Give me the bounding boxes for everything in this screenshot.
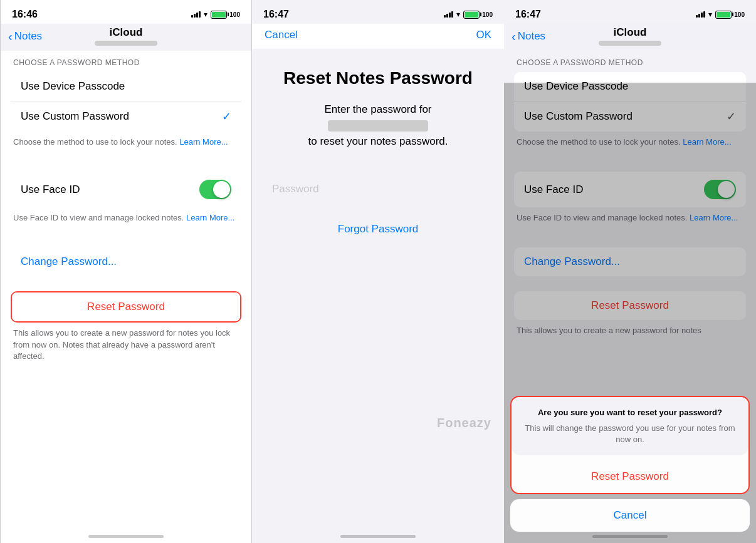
time-1: 16:46: [12, 9, 38, 20]
nav-back-3[interactable]: ‹ Notes: [512, 30, 545, 43]
dialog-nav: Cancel OK: [252, 24, 504, 49]
action-sheet-content: Are you sure you want to reset your pass…: [504, 396, 756, 543]
action-sheet-message-body: This will change the password you use fo…: [522, 423, 738, 445]
time-3: 16:47: [515, 9, 541, 20]
home-bar-2: [340, 535, 416, 538]
action-sheet-message-title: Are you sure you want to reset your pass…: [522, 407, 738, 418]
status-icons-2: ▾ 100: [444, 10, 493, 19]
dialog-content: Reset Notes Password Enter the password …: [252, 49, 504, 174]
battery-label-3: 100: [734, 11, 745, 18]
nav-title-3: iCloud: [599, 26, 661, 39]
section-label-1: CHOOSE A PASSWORD METHOD: [1, 58, 251, 67]
device-passcode-label: Use Device Passcode: [21, 80, 231, 93]
face-id-label: Use Face ID: [21, 184, 199, 196]
action-sheet-reset-card: Are you sure you want to reset your pass…: [510, 396, 750, 494]
nav-subtitle-3: [599, 41, 661, 46]
nav-title-1: iCloud: [95, 26, 157, 39]
method-helper: Choose the method to use to lock your no…: [1, 132, 251, 157]
nav-bar-1: ‹ Notes iCloud: [1, 24, 251, 51]
content-1: CHOOSE A PASSWORD METHOD Use Device Pass…: [1, 51, 251, 375]
status-bar-2: 16:47 ▾ 100: [252, 0, 504, 24]
chevron-icon-1: ‹: [8, 30, 13, 43]
dialog-cancel-btn[interactable]: Cancel: [265, 29, 298, 41]
battery-label-2: 100: [482, 11, 493, 18]
dialog-ok-btn[interactable]: OK: [476, 29, 491, 41]
battery-fill-3: [717, 12, 730, 18]
custom-password-row[interactable]: Use Custom Password ✓: [11, 101, 241, 132]
action-sheet-reset-btn[interactable]: Reset Password: [512, 460, 748, 493]
battery-box: [211, 11, 227, 19]
wifi-icon-2: ▾: [456, 10, 460, 19]
reset-desc-1: This allows you to create a new password…: [1, 323, 251, 367]
action-sheet-cancel-card: Cancel: [510, 499, 750, 532]
signal-icon: [191, 11, 201, 18]
reset-password-btn-1[interactable]: Reset Password: [12, 292, 240, 321]
nav-title-container-1: iCloud: [95, 26, 157, 46]
device-passcode-row[interactable]: Use Device Passcode: [11, 72, 241, 101]
nav-back-label-1: Notes: [14, 30, 42, 43]
phone-1: 16:46 ▾ 100 ‹ Notes iCloud CHOOSE A PASS…: [0, 0, 252, 543]
nav-title-container-3: iCloud: [599, 26, 661, 46]
wifi-icon-3: ▾: [708, 10, 712, 19]
reset-password-card-outer: Reset Password: [11, 291, 241, 323]
battery-label-1: 100: [229, 11, 240, 18]
status-icons-1: ▾ 100: [191, 10, 240, 19]
home-bar-3: [592, 535, 668, 538]
checkmark-icon-1: ✓: [222, 110, 231, 123]
battery-box-2: [463, 11, 480, 19]
dialog-subtitle: Enter the password for to reset your not…: [267, 101, 489, 150]
nav-subtitle-1: [95, 41, 157, 46]
section-label-3: CHOOSE A PASSWORD METHOD: [504, 58, 756, 67]
wifi-icon: ▾: [204, 10, 207, 19]
nav-back-label-3: Notes: [518, 30, 545, 43]
action-sheet: Are you sure you want to reset your pass…: [504, 396, 756, 543]
forgot-password-link[interactable]: Forgot Password: [252, 217, 504, 242]
status-bar-3: 16:47 ▾ 100: [504, 0, 756, 24]
chevron-icon-3: ‹: [512, 30, 516, 43]
battery-fill-2: [465, 12, 478, 18]
watermark: Foneazy: [437, 416, 491, 430]
custom-password-label: Use Custom Password: [21, 110, 222, 123]
signal-icon-3: [696, 11, 705, 18]
phone-2: 16:47 ▾ 100 Cancel OK Reset Notes Passwo…: [252, 0, 504, 543]
action-sheet-cancel-btn[interactable]: Cancel: [510, 499, 750, 532]
battery-3: 100: [715, 11, 745, 19]
face-id-toggle[interactable]: [199, 180, 231, 199]
change-password-card: Change Password...: [11, 247, 241, 276]
phone-3: 16:47 ▾ 100 ‹ Notes iCloud CHOOSE A PASS…: [504, 0, 756, 543]
learn-more-link-1[interactable]: Learn More...: [179, 137, 228, 147]
nav-back-1[interactable]: ‹ Notes: [8, 30, 42, 43]
face-id-helper: Use Face ID to view and manage locked no…: [1, 207, 251, 232]
status-icons-3: ▾ 100: [696, 10, 745, 19]
signal-icon-2: [444, 11, 453, 18]
home-bar-1: [88, 535, 164, 538]
battery-1: 100: [211, 11, 240, 19]
toggle-knob: [213, 181, 230, 198]
status-bar-1: 16:46 ▾ 100: [1, 0, 251, 24]
blurred-text: [328, 120, 428, 132]
password-method-card: Use Device Passcode Use Custom Password …: [11, 72, 241, 132]
time-2: 16:47: [263, 9, 289, 20]
action-sheet-message: Are you sure you want to reset your pass…: [512, 397, 748, 455]
change-password-btn[interactable]: Change Password...: [11, 247, 241, 276]
battery-box-3: [715, 11, 732, 19]
battery-fill: [212, 12, 226, 18]
dialog-title: Reset Notes Password: [267, 68, 489, 89]
battery-2: 100: [463, 11, 493, 19]
nav-bar-3: ‹ Notes iCloud: [504, 24, 756, 51]
password-input[interactable]: Password: [262, 174, 494, 204]
learn-more-link-2[interactable]: Learn More...: [186, 213, 234, 222]
face-id-card: Use Face ID: [11, 172, 241, 207]
face-id-row[interactable]: Use Face ID: [11, 172, 241, 207]
